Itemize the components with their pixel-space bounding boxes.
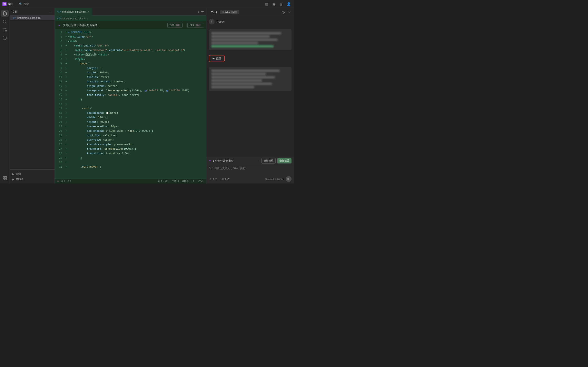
titlebar-separator: | (16, 3, 17, 6)
line-content: } (68, 156, 206, 160)
code-line: 13+ align-items: center; (55, 84, 206, 89)
status-encoding[interactable]: UTF-8 (182, 180, 189, 183)
code-line: 12+ justify-content: center; (55, 80, 206, 84)
line-number: 4 (56, 44, 65, 48)
svg-point-3 (3, 28, 4, 29)
chat-input-field[interactable] (209, 167, 292, 175)
layout-sidebar-icon[interactable]: ▤ (264, 1, 269, 7)
line-content: position: relative; (68, 133, 206, 138)
line-marker: + (65, 151, 68, 156)
line-content: background: white; (68, 111, 206, 115)
status-errors[interactable]: ⊗ 0 (61, 180, 65, 183)
line-marker: + (65, 106, 68, 111)
diff-notification-bar: ✦ 变更已完成，请确认是否采纳。 拒绝 ⌘0 接受 ⌘↵ (55, 21, 206, 29)
ai-avatar: T (209, 19, 215, 25)
sidebar-item-christmas-card[interactable]: </> christmas_card.html (10, 16, 54, 20)
reject-all-button[interactable]: 全部拒绝 (261, 158, 276, 164)
more-options-icon[interactable]: ••• (201, 10, 204, 13)
line-content: body { (68, 62, 206, 66)
status-line-ending[interactable]: LF (192, 180, 194, 183)
tab-bar: </> christmas_card.html ✕ ⧉ ••• (55, 8, 206, 16)
status-language[interactable]: HTML (198, 180, 204, 183)
line-marker: + (65, 156, 68, 160)
line-content: background: linear-gradient(135deg, #1e3… (68, 89, 206, 93)
line-content: font-family: 'Arial', sans-serif; (68, 93, 206, 98)
chat-blurred-block-2 (209, 67, 292, 91)
line-marker: + (65, 138, 68, 142)
layout-panel-icon[interactable]: ▣ (272, 1, 276, 7)
tab-christmas-card-active[interactable]: </> christmas_card.html ✕ (55, 8, 92, 16)
user-icon[interactable]: 👤 (286, 1, 292, 7)
line-content: .card { (68, 106, 206, 111)
accept-button[interactable]: 接受 ⌘↵ (187, 23, 203, 28)
line-content: justify-content: center; (68, 80, 206, 84)
line-marker: + (65, 75, 68, 80)
image-button[interactable]: 🖼 图片 (220, 177, 231, 181)
source-control-activity-icon[interactable] (1, 26, 9, 33)
chat-blurred-block-1 (209, 29, 292, 50)
model-label: Claude-3.5-Sonnet (265, 178, 284, 180)
chat-new-icon[interactable]: ✕ (287, 9, 292, 15)
line-number: 20 (56, 115, 65, 120)
sidebar-section-timeline[interactable]: ▶ 时间线 (10, 176, 54, 182)
code-line: 5+ <meta name="viewport" content="width=… (55, 48, 206, 53)
reference-label: 引用 (212, 177, 217, 181)
line-content: border-radius: 20px; (68, 124, 206, 129)
sidebar: 文件 ⋯ </> christmas_card.html ▶ 大纲 ▶ 时间线 (10, 8, 55, 184)
code-line: 11+ display: flex; (55, 75, 206, 80)
reject-button[interactable]: 拒绝 ⌘0 (167, 23, 182, 28)
code-line: 2+<html lang="zh"> (55, 35, 206, 39)
line-content: align-items: center; (68, 84, 206, 89)
line-marker: + (65, 133, 68, 138)
line-number: 22 (56, 124, 65, 129)
image-icon: 🖼 (221, 178, 224, 180)
review-text: 1 个文件需要审查 (213, 159, 257, 163)
code-line: 15+ font-family: 'Arial', sans-serif; (55, 93, 206, 98)
code-line: 14+ background: linear-gradient(135deg, … (55, 89, 206, 93)
accept-all-button[interactable]: 全部接受 (277, 158, 292, 164)
sidebar-settings-icon[interactable]: ⋯ (50, 10, 52, 13)
search-bar[interactable]: 🔍 搜索 (19, 2, 29, 6)
sidebar-section-outline[interactable]: ▶ 大纲 (10, 171, 54, 176)
reference-button[interactable]: # 引用 (209, 177, 218, 181)
line-number: 16 (56, 98, 65, 102)
line-content: <title>圣诞快乐</title> (68, 53, 206, 57)
html-file-icon: </> (12, 16, 16, 19)
code-line: 10+ height: 100vh; (55, 71, 206, 75)
search-icon: 🔍 (19, 2, 22, 6)
tab-builder[interactable]: Builder Beta (220, 10, 239, 14)
status-spaces[interactable]: 空格: 4 (172, 180, 179, 183)
line-marker: + (65, 98, 68, 102)
svg-line-1 (6, 22, 7, 23)
extensions-activity-icon[interactable] (1, 175, 9, 182)
send-button[interactable] (286, 176, 292, 182)
tab-close-button[interactable]: ✕ (87, 10, 90, 13)
line-marker: + (65, 57, 68, 62)
tab-chat[interactable]: Chat (209, 10, 219, 15)
line-number: 12 (56, 80, 65, 84)
review-expand-icon[interactable]: › (259, 159, 260, 162)
line-marker: + (65, 120, 68, 124)
svg-point-2 (5, 30, 7, 32)
sidebar-bottom: ▶ 大纲 ▶ 时间线 (10, 169, 54, 184)
preview-button[interactable]: 👁 预览 (209, 55, 225, 62)
search-activity-icon[interactable] (1, 18, 9, 25)
accept-kbd: ⌘↵ (195, 24, 201, 26)
status-warnings[interactable]: ⚠ 0 (67, 180, 71, 183)
split-editor-icon[interactable]: ⧉ (198, 10, 199, 13)
code-line: 30+ (55, 160, 206, 165)
explorer-activity-icon[interactable] (1, 10, 9, 17)
line-marker: + (65, 62, 68, 66)
svg-rect-8 (3, 176, 4, 178)
chat-history-icon[interactable]: ◷ (281, 9, 286, 15)
line-marker: + (65, 30, 68, 35)
line-marker: + (65, 165, 68, 169)
debug-activity-icon[interactable] (1, 34, 9, 42)
diff-bar-message: 变更已完成，请确认是否采纳。 (63, 24, 165, 27)
status-bar-left: ⊗ 0 ⚠ 0 (57, 180, 71, 183)
line-marker: + (65, 102, 68, 106)
code-editor[interactable]: 1+<!DOCTYPE html>2+<html lang="zh">3+<he… (55, 29, 206, 179)
layout-sidebar-right-icon[interactable]: ▧ (279, 1, 283, 7)
status-position[interactable]: 行 1，列 1 (158, 180, 168, 183)
line-number: 23 (56, 129, 65, 133)
